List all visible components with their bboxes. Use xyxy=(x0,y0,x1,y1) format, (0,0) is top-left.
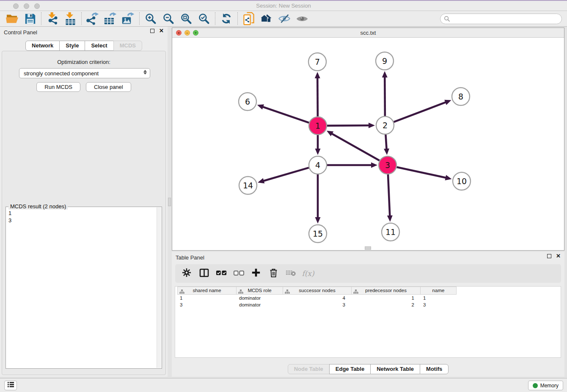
graph-edge-2-9[interactable] xyxy=(385,76,385,116)
table-row[interactable]: 3dominator323 xyxy=(175,301,561,308)
table-cell[interactable]: 2 xyxy=(352,301,421,308)
run-mcds-button[interactable]: Run MCDS xyxy=(36,82,80,92)
table-tabs: Node TableEdge TableNetwork TableMotifs xyxy=(172,364,564,374)
tab-mcds[interactable]: MCDS xyxy=(113,41,142,51)
memory-button[interactable]: Memory xyxy=(528,381,563,390)
delete-row-button[interactable] xyxy=(268,268,279,279)
tab-style[interactable]: Style xyxy=(59,41,85,51)
share-document-button[interactable] xyxy=(240,12,258,25)
tab-node-table[interactable]: Node Table xyxy=(288,364,330,374)
tab-motifs[interactable]: Motifs xyxy=(420,364,449,374)
zoom-in-button[interactable] xyxy=(142,12,160,25)
graph-edge-2-8[interactable] xyxy=(394,102,447,122)
splitter-grip[interactable] xyxy=(168,198,171,206)
column-header-MCDS-role[interactable]: MCDS role xyxy=(237,287,283,295)
import-network-icon xyxy=(46,12,59,25)
toolbar-separator xyxy=(139,12,140,25)
toolbar-separator xyxy=(237,12,238,25)
table-cell[interactable]: 1 xyxy=(177,295,237,301)
network-graph[interactable]: 7968124314101511 xyxy=(172,38,564,250)
scrollbar-track[interactable] xyxy=(157,207,161,368)
column-header-successor-nodes[interactable]: successor nodes xyxy=(283,287,352,295)
graph-edge-arrowhead xyxy=(387,215,393,222)
panel-splitter[interactable] xyxy=(168,27,172,377)
zoom-out-icon xyxy=(162,13,174,25)
network-canvas[interactable]: 7968124314101511 xyxy=(172,38,564,250)
open-file-button[interactable] xyxy=(3,12,21,25)
table-body: 1dominator4113dominator323 xyxy=(175,295,561,308)
deselect-all-checks-icon xyxy=(234,270,244,277)
graph-edge-4-14[interactable] xyxy=(262,168,309,181)
network-window-titlebar[interactable]: × − + scc.txt xyxy=(172,28,564,38)
export-image-button[interactable] xyxy=(119,12,137,25)
graph-edge-3-1[interactable] xyxy=(330,133,379,160)
graph-edge-2-3[interactable] xyxy=(385,135,386,150)
delete-table-button xyxy=(285,268,296,279)
export-table-button[interactable] xyxy=(102,12,119,25)
graph-edge-arrowhead xyxy=(258,178,264,183)
close-panel-button[interactable]: Close panel xyxy=(86,82,131,92)
graph-edge-1-7[interactable] xyxy=(317,77,318,116)
import-table-button[interactable] xyxy=(61,12,79,25)
graph-edge-arrowhead xyxy=(315,149,321,155)
refresh-view-button[interactable] xyxy=(217,12,235,25)
table-cell[interactable]: dominator xyxy=(237,295,283,301)
column-header-predecessor-nodes[interactable]: predecessor nodes xyxy=(352,287,421,295)
zoom-out-button[interactable] xyxy=(160,12,177,25)
table-cell[interactable]: dominator xyxy=(237,301,283,308)
graph-edge-1-2[interactable] xyxy=(327,125,370,126)
table-cell[interactable]: 3 xyxy=(177,301,237,308)
search-input[interactable] xyxy=(440,14,562,24)
graph-node-label: 15 xyxy=(313,229,323,238)
network-view-window: × − + scc.txt 7968124314101511 xyxy=(172,28,564,251)
graph-edge-1-6[interactable] xyxy=(261,106,309,122)
select-all-checks-button[interactable] xyxy=(216,268,227,279)
add-row-button[interactable] xyxy=(250,268,261,279)
task-list-button[interactable] xyxy=(4,381,17,390)
graph-node-label: 11 xyxy=(385,227,396,237)
table-cell[interactable]: 1 xyxy=(352,295,421,301)
column-header-shared-name[interactable]: shared name xyxy=(177,287,237,295)
table-cell[interactable]: 1 xyxy=(421,295,457,301)
criterion-select[interactable]: strongly connected component xyxy=(19,68,150,78)
save-session-button[interactable] xyxy=(21,12,39,25)
search-field-wrap xyxy=(440,14,562,24)
tab-network[interactable]: Network xyxy=(25,41,60,51)
mcds-result-list[interactable]: 13 xyxy=(6,208,156,368)
graph-node-label: 3 xyxy=(385,160,390,170)
home-view-button[interactable] xyxy=(258,12,275,25)
column-header-name[interactable]: name xyxy=(421,287,457,295)
settings-gear-button[interactable] xyxy=(181,268,192,279)
deselect-all-checks-button[interactable] xyxy=(233,268,244,279)
graph-node-label: 2 xyxy=(383,121,388,130)
close-icon[interactable]: ✕ xyxy=(556,254,561,258)
import-network-button[interactable] xyxy=(44,12,61,25)
float-icon[interactable] xyxy=(547,254,551,258)
table-cell[interactable]: 4 xyxy=(283,295,352,301)
table-panel-title: Table Panel xyxy=(176,254,204,261)
close-icon[interactable]: ✕ xyxy=(159,29,164,33)
add-row-icon xyxy=(251,268,261,279)
tab-select[interactable]: Select xyxy=(85,41,113,51)
hide-eye-button[interactable] xyxy=(275,12,293,25)
export-network-button[interactable] xyxy=(84,12,102,25)
mcds-result-item: 3 xyxy=(8,217,154,224)
table-cell[interactable]: 3 xyxy=(421,301,457,308)
graph-edge-arrowhead xyxy=(257,105,264,110)
table-panel: Table Panel ✕ f(x) shared nameMCDS roles… xyxy=(172,252,564,377)
graph-edge-3-11[interactable] xyxy=(388,174,390,217)
float-icon[interactable] xyxy=(150,29,154,33)
tab-edge-table[interactable]: Edge Table xyxy=(329,364,371,374)
zoom-fit-button[interactable] xyxy=(177,12,195,25)
columns-button[interactable] xyxy=(198,268,209,279)
show-eye-button[interactable] xyxy=(293,12,311,25)
zoom-selected-button[interactable] xyxy=(195,12,213,25)
tab-network-table[interactable]: Network Table xyxy=(370,364,420,374)
graph-node-label: 8 xyxy=(458,92,463,101)
graph-edge-arrowhead xyxy=(445,175,452,180)
canvas-resize-grip[interactable] xyxy=(365,246,371,250)
graph-edge-3-10[interactable] xyxy=(396,167,447,178)
table-cell[interactable]: 3 xyxy=(283,301,352,308)
table-row[interactable]: 1dominator411 xyxy=(175,295,561,301)
graph-node-label: 14 xyxy=(243,181,253,190)
